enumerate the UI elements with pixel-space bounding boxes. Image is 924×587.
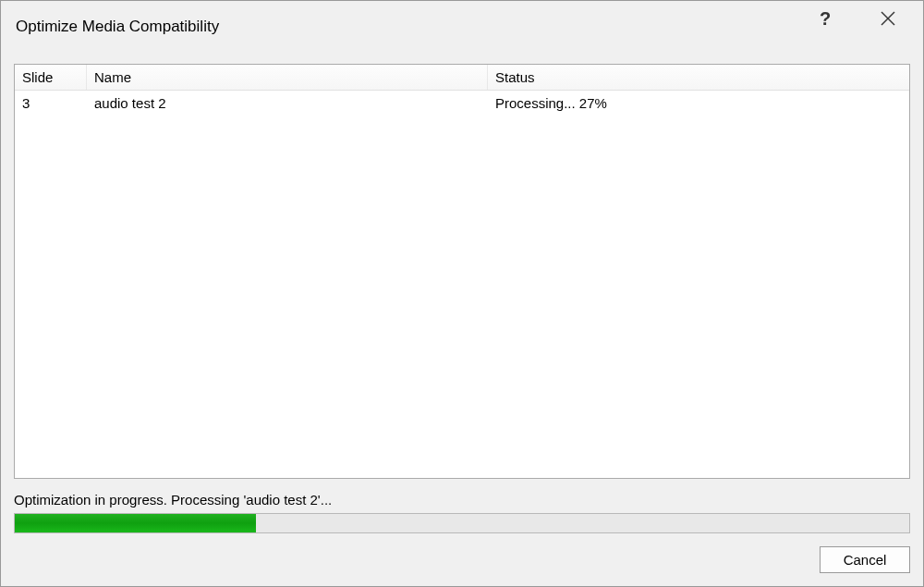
column-header-name[interactable]: Name bbox=[87, 65, 488, 90]
dialog-content: Slide Name Status 3 audio test 2 Process… bbox=[1, 53, 923, 586]
close-icon[interactable] bbox=[869, 5, 906, 32]
titlebar: Optimize Media Compatibility ? bbox=[1, 1, 923, 53]
cell-slide: 3 bbox=[15, 93, 87, 113]
progress-bar bbox=[14, 513, 910, 533]
cancel-button[interactable]: Cancel bbox=[820, 546, 910, 573]
list-body: 3 audio test 2 Processing... 27% bbox=[15, 91, 909, 116]
dialog-title: Optimize Media Compatibility bbox=[16, 18, 807, 36]
list-header: Slide Name Status bbox=[15, 65, 909, 91]
column-header-slide[interactable]: Slide bbox=[15, 65, 87, 90]
cell-name: audio test 2 bbox=[87, 93, 488, 113]
progress-fill bbox=[15, 514, 256, 532]
list-row[interactable]: 3 audio test 2 Processing... 27% bbox=[15, 91, 909, 116]
close-x-icon bbox=[881, 11, 895, 26]
media-list: Slide Name Status 3 audio test 2 Process… bbox=[14, 64, 910, 479]
column-header-status[interactable]: Status bbox=[488, 65, 909, 90]
help-icon[interactable]: ? bbox=[807, 5, 844, 32]
titlebar-buttons: ? bbox=[807, 5, 906, 32]
optimize-media-dialog: Optimize Media Compatibility ? Slide Nam… bbox=[0, 0, 924, 587]
cell-status: Processing... 27% bbox=[488, 93, 909, 113]
progress-status-text: Optimization in progress. Processing 'au… bbox=[14, 492, 910, 508]
button-row: Cancel bbox=[14, 546, 910, 573]
